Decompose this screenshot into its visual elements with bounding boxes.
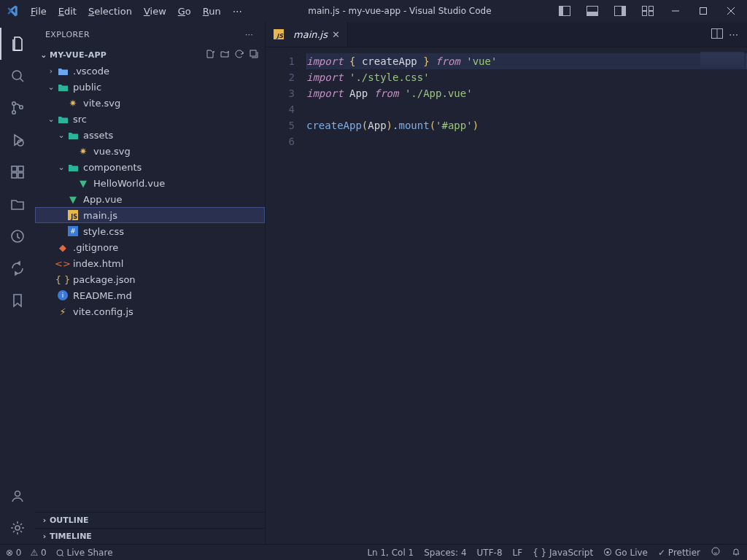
- chevron-down-icon[interactable]: ⌄: [45, 82, 57, 92]
- status-cursor[interactable]: Ln 1, Col 1: [367, 548, 414, 558]
- menu-file[interactable]: File: [25, 3, 53, 20]
- tree-label: main.js: [83, 210, 117, 221]
- file-tree: ›.vscode⌄public✷vite.svg⌄src⌄assets✷vue.…: [35, 63, 265, 319]
- svg-point-17: [12, 111, 16, 114]
- status-spaces[interactable]: Spaces: 4: [424, 548, 466, 558]
- svg-point-16: [12, 102, 16, 106]
- minimap[interactable]: [700, 52, 744, 68]
- outline-section[interactable]: ›OUTLINE: [35, 512, 265, 528]
- tree-item-src[interactable]: ⌄src: [35, 111, 265, 127]
- vue-icon: ▼: [77, 177, 89, 189]
- tree-item-style-css[interactable]: #style.css: [35, 223, 265, 239]
- svg-point-36: [712, 548, 719, 555]
- activity-forward-icon[interactable]: [0, 252, 35, 284]
- menu-edit[interactable]: Edit: [53, 3, 82, 20]
- timeline-section[interactable]: ›TIMELINE: [35, 528, 265, 544]
- chevron-right-icon[interactable]: ›: [45, 66, 57, 76]
- tree-label: README.md: [73, 290, 132, 301]
- svg-point-14: [12, 71, 21, 79]
- chevron-down-icon[interactable]: ⌄: [55, 131, 67, 140]
- editor-body[interactable]: 123456 import { createApp } from 'vue' i…: [266, 47, 747, 544]
- menu-more[interactable]: ⋯: [227, 3, 248, 20]
- tree-item-package-json[interactable]: { }package.json: [35, 271, 265, 287]
- menu-view[interactable]: View: [138, 3, 172, 20]
- status-live-share[interactable]: Live Share: [55, 548, 113, 558]
- folder-teal-icon: [67, 161, 79, 173]
- layout-primary-sidebar-icon[interactable]: [551, 1, 578, 21]
- tree-item-assets[interactable]: ⌄assets: [35, 127, 265, 143]
- svg-point-27: [15, 526, 20, 530]
- svg-rect-11: [700, 8, 707, 15]
- status-warnings[interactable]: ⚠ 0: [31, 548, 47, 558]
- explorer-root-label: MY-VUE-APP: [50, 50, 107, 60]
- window-close[interactable]: [718, 1, 744, 21]
- layout-panel-icon[interactable]: [579, 1, 605, 21]
- svg-rect-23: [18, 173, 23, 178]
- sun-icon: ✷: [67, 97, 79, 109]
- explorer-more-icon[interactable]: ⋯: [245, 30, 255, 39]
- status-go-live[interactable]: ⦿ Go Live: [603, 548, 648, 558]
- customize-layout-icon[interactable]: [635, 1, 661, 21]
- tree-item-helloworld-vue[interactable]: ▼HelloWorld.vue: [35, 175, 265, 191]
- tree-item--vscode[interactable]: ›.vscode: [35, 63, 265, 79]
- status-bar: ⊗ 0 ⚠ 0 Live Share Ln 1, Col 1 Spaces: 4…: [0, 544, 747, 560]
- tree-item-readme-md[interactable]: iREADME.md: [35, 287, 265, 303]
- git-icon: ◆: [57, 241, 69, 253]
- status-language[interactable]: { } JavaScript: [533, 548, 593, 558]
- tree-item-vue-svg[interactable]: ✷vue.svg: [35, 143, 265, 159]
- layout-secondary-sidebar-icon[interactable]: [607, 1, 633, 21]
- close-icon[interactable]: ✕: [332, 29, 340, 40]
- menu-selection[interactable]: Selection: [82, 3, 138, 20]
- tree-label: src: [73, 114, 87, 125]
- tree-item-index-html[interactable]: <>index.html: [35, 255, 265, 271]
- activity-folders-icon[interactable]: [0, 188, 35, 220]
- tree-item-vite-svg[interactable]: ✷vite.svg: [35, 95, 265, 111]
- activity-run-debug-icon[interactable]: [0, 124, 35, 156]
- activity-explorer-icon[interactable]: [0, 28, 35, 60]
- svg-rect-29: [58, 86, 68, 91]
- tree-item--gitignore[interactable]: ◆.gitignore: [35, 239, 265, 255]
- activity-accounts-icon[interactable]: [0, 480, 35, 512]
- tree-label: style.css: [83, 226, 124, 237]
- status-encoding[interactable]: UTF-8: [477, 548, 503, 558]
- tree-item-app-vue[interactable]: ▼App.vue: [35, 191, 265, 207]
- code-area[interactable]: import { createApp } from 'vue' import '…: [306, 47, 747, 544]
- activity-source-control-icon[interactable]: [0, 92, 35, 124]
- tree-label: index.html: [73, 258, 123, 269]
- window-minimize[interactable]: [662, 1, 689, 21]
- activity-bookmark-icon[interactable]: [0, 284, 35, 316]
- folder-teal-icon: [67, 129, 79, 141]
- editor-more-icon[interactable]: ⋯: [729, 29, 740, 40]
- new-folder-icon[interactable]: [220, 49, 230, 61]
- menu-run[interactable]: Run: [197, 3, 227, 20]
- menu-bar: File Edit Selection View Go Run ⋯: [25, 3, 248, 20]
- refresh-icon[interactable]: [234, 49, 244, 61]
- tree-item-components[interactable]: ⌄components: [35, 159, 265, 175]
- menu-go[interactable]: Go: [172, 3, 197, 20]
- status-errors[interactable]: ⊗ 0: [6, 548, 22, 558]
- chevron-down-icon[interactable]: ⌄: [45, 114, 57, 124]
- svg-rect-6: [643, 7, 647, 11]
- split-editor-icon[interactable]: [711, 28, 723, 41]
- activity-search-icon[interactable]: [0, 60, 35, 92]
- status-bell-icon[interactable]: [731, 546, 741, 559]
- status-eol[interactable]: LF: [513, 548, 523, 558]
- activity-settings-icon[interactable]: [0, 512, 35, 544]
- svg-rect-31: [69, 134, 78, 139]
- svg-rect-7: [649, 7, 654, 11]
- explorer-root[interactable]: ⌄ MY-VUE-APP: [35, 47, 265, 63]
- svg-rect-3: [587, 12, 597, 15]
- tree-item-main-js[interactable]: JSmain.js: [35, 207, 265, 223]
- svg-rect-28: [250, 50, 256, 56]
- chevron-down-icon[interactable]: ⌄: [55, 163, 67, 172]
- activity-timeline-icon[interactable]: [0, 220, 35, 252]
- status-feedback-icon[interactable]: [711, 546, 721, 559]
- new-file-icon[interactable]: [205, 49, 215, 61]
- tree-item-public[interactable]: ⌄public: [35, 79, 265, 95]
- window-maximize[interactable]: [690, 1, 716, 21]
- tree-item-vite-config-js[interactable]: ⚡vite.config.js: [35, 303, 265, 319]
- activity-extensions-icon[interactable]: [0, 156, 35, 188]
- tab-main-js[interactable]: JS main.js ✕: [266, 22, 348, 47]
- status-prettier[interactable]: ✓ Prettier: [658, 548, 700, 558]
- collapse-all-icon[interactable]: [249, 49, 259, 61]
